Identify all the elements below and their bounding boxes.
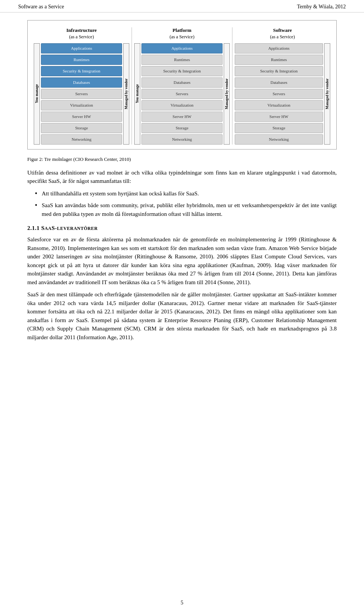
col2-layer-security: Security & Integration <box>141 66 223 76</box>
col1-layer-security: Security & Integration <box>41 66 122 76</box>
col-platform: Platform(as a Service) You manage Applic… <box>133 27 231 145</box>
col3-layer-servers: Servers <box>235 89 323 99</box>
page-number: 5 <box>181 600 184 606</box>
col2-vendor-label: Managed by vendor <box>224 43 230 145</box>
diagram-wrapper: Infrastructure(as a Service) You manage … <box>27 20 337 149</box>
col-software: Software(as a Service) Applications Runt… <box>233 27 332 145</box>
col3-layer-storage: Storage <box>235 123 323 133</box>
col3-layer-networking: Networking <box>235 134 323 145</box>
section-heading: 2.1.1 SAAS-LEVERANTÖRER <box>27 225 337 231</box>
bullet-dot-2: • <box>35 201 39 210</box>
col1-layer-databases: Databases <box>41 77 122 88</box>
divider-2 <box>232 27 232 145</box>
col-infrastructure-title: Infrastructure(as a Service) <box>66 27 97 40</box>
col2-layer-databases: Databases <box>141 77 223 88</box>
col3-vendor-label: Managed by vendor <box>324 43 330 145</box>
col2-rows-labels: You manage Applications Runtimes Securit… <box>134 43 230 145</box>
col-software-title: Software(as a Service) <box>270 27 295 40</box>
col1-layer-runtimes: Runtimes <box>41 55 122 65</box>
col2-layer-applications: Applications <box>141 43 223 53</box>
figure-caption: Figur 2: Tre molnlager (CIO Research Cen… <box>27 156 337 162</box>
header-right: Ternby & Wiiala, 2012 <box>297 4 346 10</box>
col3-stack: Applications Runtimes Security & Integra… <box>235 43 323 145</box>
col2-stack: Applications Runtimes Security & Integra… <box>141 43 223 145</box>
section-number: 2.1.1 <box>27 225 40 231</box>
col1-layer-servers: Servers <box>41 89 122 99</box>
col3-layer-runtimes: Runtimes <box>235 55 323 65</box>
col1-layer-networking: Networking <box>41 134 122 145</box>
col1-vendor-label: Managed by vendor <box>123 43 129 145</box>
page-footer: 5 <box>0 600 364 606</box>
col-infrastructure: Infrastructure(as a Service) You manage … <box>32 27 131 145</box>
col1-layer-storage: Storage <box>41 123 122 133</box>
col1-layer-serverhw: Server HW <box>41 112 122 122</box>
col2-layer-runtimes: Runtimes <box>141 55 223 65</box>
col3-layer-virtualization: Virtualization <box>235 100 323 110</box>
col-platform-title: Platform(as a Service) <box>169 27 194 40</box>
body-intro: Utifrån dessa definitioner av vad molnet… <box>27 168 337 186</box>
page-header: Software as a Service Ternby & Wiiala, 2… <box>0 0 364 13</box>
bullet-dot-1: • <box>35 189 39 198</box>
col2-layer-serverhw: Server HW <box>141 112 223 122</box>
col2-layer-networking: Networking <box>141 134 223 145</box>
col2-layer-virtualization: Virtualization <box>141 100 223 110</box>
body-para2: SaaS är den mest tillämpade och efterfrå… <box>27 290 337 341</box>
col2-layer-storage: Storage <box>141 123 223 133</box>
divider-1 <box>132 27 132 145</box>
col1-stack: Applications Runtimes Security & Integra… <box>41 43 122 145</box>
header-left: Software as a Service <box>18 4 64 10</box>
page-content: Infrastructure(as a Service) You manage … <box>0 13 364 360</box>
cloud-diagram: Infrastructure(as a Service) You manage … <box>27 20 337 149</box>
bullet-text-2: SaaS kan användas både som community, pr… <box>42 201 337 218</box>
col3-layer-databases: Databases <box>235 77 323 88</box>
col3-rows-labels: Applications Runtimes Security & Integra… <box>235 43 330 145</box>
col1-layer-virtualization: Virtualization <box>41 100 122 110</box>
col3-layer-applications: Applications <box>235 43 323 53</box>
col1-rows-labels: You manage Applications Runtimes Securit… <box>34 43 129 145</box>
col1-you-manage-label: You manage <box>34 43 40 145</box>
section-title: SAAS-LEVERANTÖRER <box>41 225 98 231</box>
col1-layer-applications: Applications <box>41 43 122 53</box>
col2-you-manage-label: You manage <box>134 43 140 145</box>
col3-layer-security: Security & Integration <box>235 66 323 76</box>
col3-layer-serverhw: Server HW <box>235 112 323 122</box>
bullet-item-1: • Att tillhandahålla ett system som hyrt… <box>27 189 337 198</box>
col2-layer-servers: Servers <box>141 89 223 99</box>
bullet-item-2: • SaaS kan användas både som community, … <box>27 201 337 218</box>
body-para1: Salesforce var en av de första aktörerna… <box>27 235 337 286</box>
bullet-text-1: Att tillhandahålla ett system som hyrtjä… <box>42 189 199 198</box>
